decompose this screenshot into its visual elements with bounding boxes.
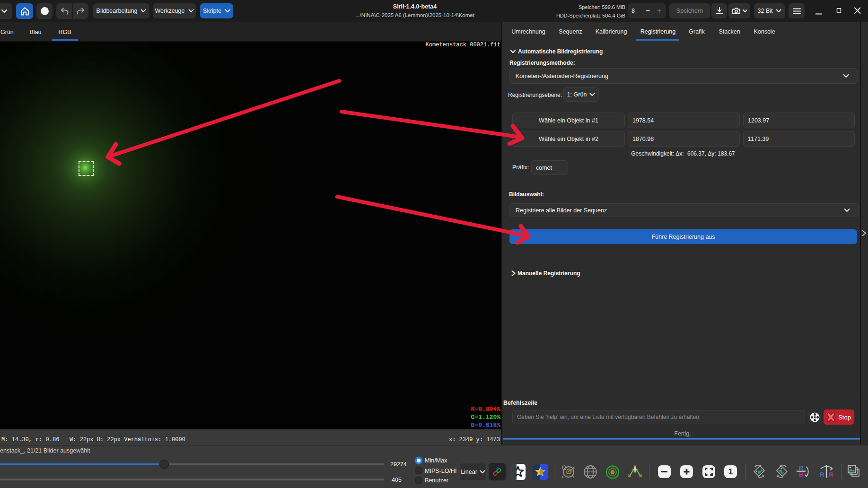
svg-text:R: R [799, 464, 804, 471]
svg-text:R: R [820, 471, 824, 478]
svg-text:R: R [799, 471, 804, 478]
svg-text:R: R [828, 471, 833, 478]
